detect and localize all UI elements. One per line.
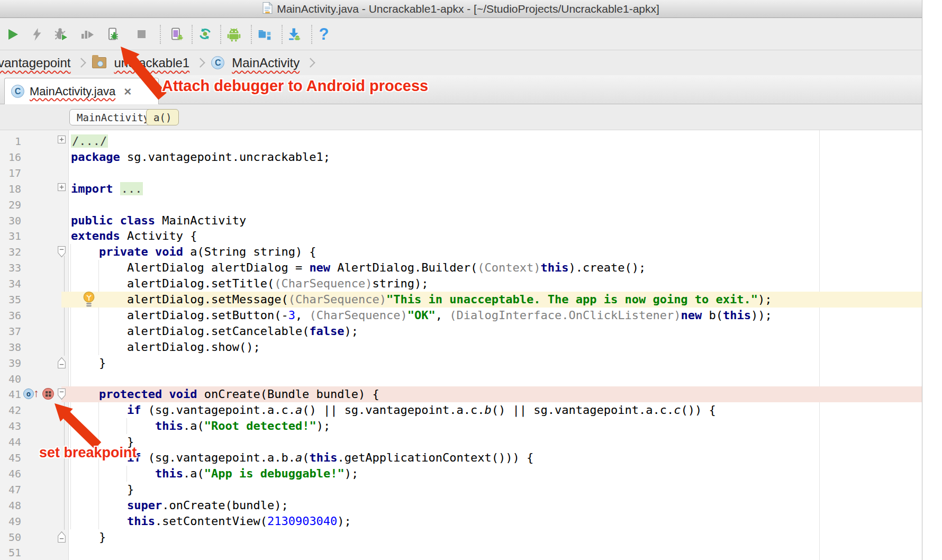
line-number[interactable]: 44	[0, 436, 21, 448]
code-line[interactable]: this.a("Root detected!");	[155, 419, 330, 433]
code-line[interactable]: protected void onCreate(Bundle bundle) {	[99, 387, 379, 402]
line-number[interactable]: 43	[0, 420, 21, 432]
code-line[interactable]: package sg.vantagepoint.uncrackable1;	[71, 150, 330, 165]
editor-row: 16package sg.vantagepoint.uncrackable1;	[0, 149, 922, 165]
download-sdk-icon[interactable]	[286, 26, 303, 43]
avd-manager-icon[interactable]	[168, 26, 185, 43]
line-number[interactable]: 48	[0, 499, 21, 512]
line-number[interactable]: 30	[0, 214, 21, 227]
override-marker-icon[interactable]	[23, 389, 34, 399]
profile-icon[interactable]	[78, 26, 95, 43]
fold-marker-icon[interactable]	[57, 135, 67, 148]
code-line[interactable]: super.onCreate(bundle);	[127, 498, 288, 513]
editor-row: 50}	[0, 529, 922, 545]
gradle-sync-icon[interactable]	[197, 26, 214, 43]
breadcrumb-item-class[interactable]: MainActivity	[232, 56, 300, 70]
window-title: MainActivity.java - Uncrackable1-apkx - …	[277, 3, 659, 15]
screenshot-stage: MainActivity.java - Uncrackable1-apkx - …	[0, 0, 942, 560]
title-bar: MainActivity.java - Uncrackable1-apkx - …	[0, 0, 922, 18]
code-line[interactable]: this.a("App is debuggable!");	[155, 466, 358, 481]
breadcrumb-item-package[interactable]: vantagepoint	[0, 56, 70, 70]
java-file-icon	[262, 2, 273, 16]
line-number[interactable]: 41	[0, 388, 21, 401]
line-number[interactable]: 36	[0, 309, 21, 322]
run-icon[interactable]	[4, 26, 21, 43]
editor-row: 43this.a("Root detected!");	[0, 418, 922, 434]
code-line[interactable]: }	[99, 530, 106, 545]
line-number[interactable]: 16	[0, 151, 21, 164]
close-icon[interactable]: ×	[124, 86, 131, 97]
help-icon[interactable]	[315, 26, 332, 43]
tab-label: MainActivity.java	[30, 85, 115, 98]
code-line[interactable]: if (sg.vantagepoint.a.c.a() || sg.vantag…	[127, 403, 716, 418]
line-number[interactable]: 42	[0, 404, 21, 417]
line-number[interactable]: 18	[0, 183, 21, 195]
line-number[interactable]: 49	[0, 515, 21, 528]
fold-marker-icon[interactable]	[57, 357, 67, 369]
code-editor[interactable]: 1/.../16package sg.vantagepoint.uncracka…	[0, 130, 922, 560]
editor-row: 32private void a(String string) {	[0, 244, 922, 260]
line-number[interactable]: 38	[0, 341, 21, 354]
code-line[interactable]: alertDialog.setMessage((CharSequence)"Th…	[127, 292, 772, 307]
fold-marker-icon[interactable]	[57, 531, 67, 544]
code-line[interactable]: /.../	[71, 134, 108, 149]
apply-changes-icon[interactable]	[29, 26, 46, 43]
code-line[interactable]: alertDialog.setTitle((CharSequence)strin…	[127, 276, 429, 291]
project-structure-icon[interactable]	[256, 26, 273, 43]
stop-icon[interactable]	[133, 26, 150, 43]
nav-chip-class[interactable]: MainActivity	[69, 109, 157, 125]
code-line[interactable]: }	[127, 435, 134, 449]
line-number[interactable]: 32	[0, 246, 21, 258]
fold-marker-icon[interactable]	[57, 388, 67, 401]
code-line[interactable]: AlertDialog alertDialog = new AlertDialo…	[127, 260, 646, 275]
line-number[interactable]: 1	[0, 135, 21, 148]
code-line[interactable]: if (sg.vantagepoint.a.b.a(this.getApplic…	[127, 450, 533, 465]
code-line[interactable]: import ...	[71, 182, 143, 196]
code-line[interactable]: public class MainActivity	[71, 213, 246, 228]
editor-row: 41protected void onCreate(Bundle bundle)…	[0, 386, 922, 402]
sdk-manager-icon[interactable]	[225, 26, 242, 43]
attach-debugger-icon[interactable]	[105, 26, 122, 43]
method-breakpoint-icon[interactable]	[42, 387, 55, 402]
line-number[interactable]: 40	[0, 373, 21, 385]
line-number[interactable]: 51	[0, 546, 21, 559]
ide-window: MainActivity.java - Uncrackable1-apkx - …	[0, 0, 922, 560]
toolbar-separator	[282, 25, 283, 44]
editor-row: 37alertDialog.setCancelable(false);	[0, 323, 922, 339]
editor-tab-bar: MainActivity.java ×	[0, 75, 922, 104]
line-number[interactable]: 35	[0, 293, 21, 306]
code-line[interactable]: alertDialog.show();	[127, 340, 260, 355]
code-line[interactable]: extends Activity {	[71, 229, 197, 243]
line-number[interactable]: 50	[0, 531, 21, 544]
line-number[interactable]: 33	[0, 261, 21, 274]
breadcrumb-item-subpackage[interactable]: uncrackable1	[114, 56, 189, 70]
line-number[interactable]: 31	[0, 230, 21, 242]
code-line[interactable]: alertDialog.setButton(-3, (CharSequence)…	[127, 308, 772, 323]
editor-row: 33AlertDialog alertDialog = new AlertDia…	[0, 260, 922, 276]
code-line[interactable]: }	[99, 356, 106, 371]
line-number[interactable]: 46	[0, 467, 21, 480]
editor-row: 48super.onCreate(bundle);	[0, 498, 922, 513]
line-number[interactable]: 37	[0, 325, 21, 338]
editor-row: 40	[0, 371, 922, 387]
debug-icon[interactable]	[53, 26, 70, 43]
code-line[interactable]: this.setContentView(2130903040);	[127, 514, 351, 529]
line-number[interactable]: 45	[0, 451, 21, 464]
code-line[interactable]: alertDialog.setCancelable(false);	[127, 324, 358, 339]
code-line[interactable]: }	[127, 482, 134, 497]
toolbar-separator	[251, 25, 252, 44]
nav-chip-method[interactable]: a()	[146, 109, 179, 125]
editor-row: 18import ...	[0, 181, 922, 197]
tab-mainactivity[interactable]: MainActivity.java ×	[4, 78, 159, 104]
fold-marker-icon[interactable]	[57, 246, 67, 258]
line-number[interactable]: 34	[0, 277, 21, 290]
editor-row: 38alertDialog.show();	[0, 339, 922, 355]
line-number[interactable]: 17	[0, 167, 21, 179]
editor-row: 42if (sg.vantagepoint.a.c.a() || sg.vant…	[0, 402, 922, 418]
fold-marker-icon[interactable]	[57, 183, 67, 195]
code-line[interactable]: private void a(String string) {	[99, 245, 316, 259]
line-number[interactable]: 29	[0, 198, 21, 211]
editor-row: 1/.../	[0, 133, 922, 149]
line-number[interactable]: 47	[0, 483, 21, 496]
line-number[interactable]: 39	[0, 357, 21, 369]
